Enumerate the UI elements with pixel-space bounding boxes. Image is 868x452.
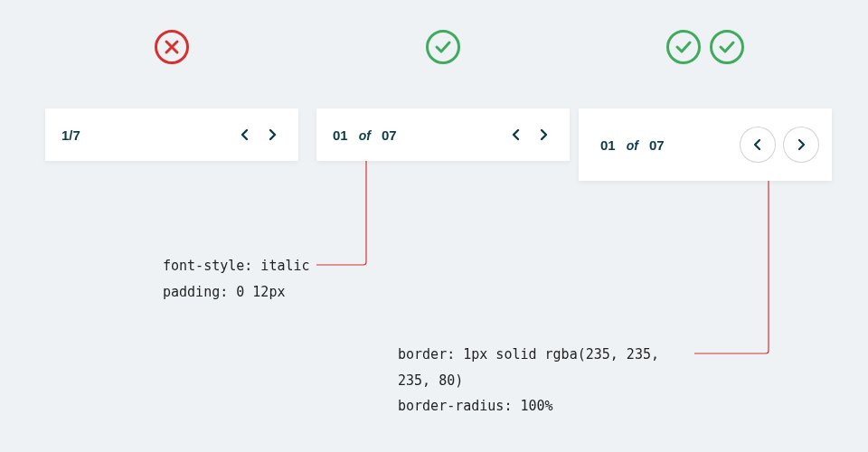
annotation-line: padding: 0 12px <box>163 279 434 306</box>
page-indicator: 01 of 07 <box>333 127 397 143</box>
badge-row <box>45 27 298 67</box>
prev-button[interactable] <box>740 127 776 163</box>
prev-button[interactable] <box>506 125 526 145</box>
annotation-line: border: 1px solid rgba(235, 235, 235, 80… <box>398 342 687 393</box>
check-icon <box>426 30 460 64</box>
variant-bad: 1/7 <box>45 27 298 161</box>
badge-row <box>579 27 832 67</box>
next-button[interactable] <box>783 127 819 163</box>
chevron-left-icon <box>752 138 763 151</box>
next-button[interactable] <box>262 125 282 145</box>
cross-icon <box>155 30 189 64</box>
chevron-left-icon <box>511 128 522 141</box>
page-indicator: 01 of 07 <box>600 137 665 153</box>
annotation-border: border: 1px solid rgba(235, 235, 235, 80… <box>398 342 687 419</box>
nav-group <box>740 127 819 163</box>
annotation-line: font-style: italic <box>163 253 434 279</box>
page-total: 07 <box>382 127 397 143</box>
pagination-card: 1/7 <box>45 108 298 161</box>
pagination-card: 01 of 07 <box>579 108 832 181</box>
chevron-left-icon <box>240 128 250 141</box>
nav-group <box>506 125 553 145</box>
chevron-right-icon <box>267 128 278 141</box>
pagination-card: 01 of 07 <box>316 108 570 161</box>
page-separator: of <box>348 128 382 143</box>
variant-good-2: 01 of 07 <box>579 27 832 181</box>
annotation-line: border-radius: 100% <box>398 393 687 419</box>
prev-button[interactable] <box>235 125 255 145</box>
page-current: 01 <box>600 137 616 153</box>
page-separator: of <box>616 138 649 153</box>
page-indicator: 1/7 <box>61 127 80 143</box>
chevron-right-icon <box>796 138 807 151</box>
nav-group <box>235 125 282 145</box>
page-total: 07 <box>649 137 665 153</box>
check-icon <box>710 30 744 64</box>
chevron-right-icon <box>538 128 549 141</box>
page-current: 01 <box>333 127 348 143</box>
badge-row <box>316 27 570 67</box>
next-button[interactable] <box>533 125 553 145</box>
check-icon <box>666 30 701 64</box>
variant-good-1: 01 of 07 <box>316 27 570 161</box>
annotation-italic: font-style: italic padding: 0 12px <box>163 253 434 305</box>
